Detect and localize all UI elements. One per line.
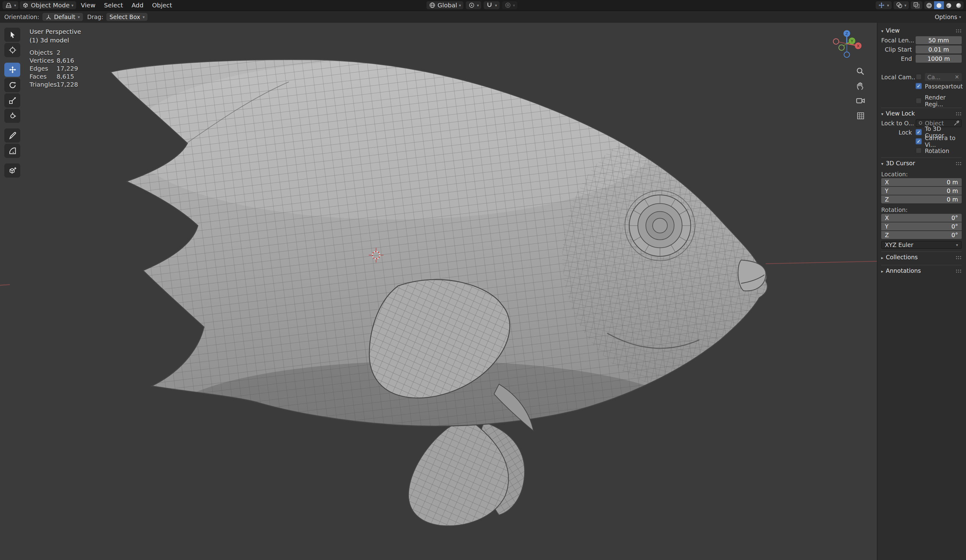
solid-shading-button[interactable] bbox=[934, 1, 944, 9]
rotation-mode-dropdown[interactable]: XYZ Euler bbox=[881, 241, 962, 249]
chevron-down-icon bbox=[956, 243, 958, 247]
stat-value: 8,616 bbox=[56, 56, 74, 64]
tool-annotate[interactable] bbox=[4, 128, 20, 143]
hand-icon bbox=[856, 82, 864, 90]
render-region-label: Render Regi... bbox=[925, 94, 962, 107]
3d-viewport-editor-icon bbox=[5, 2, 12, 8]
local-camera-checkbox[interactable] bbox=[916, 74, 922, 80]
gizmo-neg-y-axis[interactable] bbox=[839, 45, 844, 50]
cursor-rotation-y-field[interactable]: Y 0° bbox=[881, 222, 962, 230]
options-button[interactable]: Options bbox=[935, 13, 957, 20]
zoom-button[interactable] bbox=[855, 66, 866, 77]
cursor-location-z-field[interactable]: Z 0 m bbox=[881, 195, 962, 204]
panel-header-view-lock[interactable]: View Lock bbox=[881, 107, 962, 118]
pivot-point-dropdown[interactable] bbox=[466, 1, 481, 9]
tool-scale[interactable] bbox=[4, 94, 20, 107]
drag-value: Select Box bbox=[109, 13, 140, 20]
select-box-icon bbox=[8, 31, 16, 39]
axis-label: Z bbox=[885, 195, 889, 204]
viewport-header: Object Mode View Select Add Object Globa… bbox=[0, 0, 966, 10]
panel-header-annotations[interactable]: Annotations bbox=[881, 265, 962, 276]
eyedropper-icon[interactable] bbox=[954, 120, 959, 126]
snap-dropdown[interactable] bbox=[484, 1, 499, 9]
tool-move[interactable] bbox=[4, 62, 20, 77]
lock-rotation-checkbox[interactable] bbox=[916, 148, 922, 154]
clip-start-field[interactable]: 0.01 m bbox=[916, 45, 962, 53]
viewport-info-overlay: User Perspective (1) 3d model bbox=[30, 28, 81, 45]
tool-cursor[interactable] bbox=[4, 43, 20, 57]
orientation-dropdown[interactable]: Default bbox=[43, 13, 83, 21]
render-region-checkbox[interactable] bbox=[916, 98, 922, 104]
camera-to-view-checkbox[interactable] bbox=[916, 138, 922, 145]
clip-end-label: End bbox=[881, 55, 916, 62]
wireframe-shading-button[interactable] bbox=[924, 1, 934, 9]
chevron-down-icon bbox=[881, 160, 883, 166]
world-x-axis-line bbox=[766, 261, 877, 264]
tool-rotate[interactable] bbox=[4, 78, 20, 92]
cursor-rotation-x-field[interactable]: X 0° bbox=[881, 214, 962, 222]
show-overlays-dropdown[interactable] bbox=[893, 1, 909, 9]
panel-grip-icon[interactable] bbox=[956, 269, 962, 273]
mode-dropdown[interactable]: Object Mode bbox=[20, 1, 76, 9]
chevron-down-icon bbox=[477, 3, 479, 7]
drag-dropdown[interactable]: Select Box bbox=[106, 13, 148, 21]
chevron-down-icon bbox=[881, 27, 883, 34]
stat-label: Vertices bbox=[30, 56, 56, 64]
panel-grip-icon[interactable] bbox=[956, 112, 962, 115]
panel-grip-icon[interactable] bbox=[956, 161, 962, 165]
cursor-rotation-z-field[interactable]: Z 0° bbox=[881, 231, 962, 239]
proportional-editing-dropdown[interactable] bbox=[502, 1, 518, 9]
panel-header-view[interactable]: View bbox=[881, 25, 962, 36]
cursor-location-y-field[interactable]: Y 0 m bbox=[881, 187, 962, 195]
pan-button[interactable] bbox=[855, 80, 866, 92]
move-tool-icon bbox=[8, 66, 16, 74]
axis-value: 0 m bbox=[947, 187, 958, 195]
clip-start-label: Clip Start bbox=[881, 46, 916, 53]
chevron-down-icon bbox=[495, 3, 497, 7]
tool-select-box[interactable] bbox=[4, 28, 20, 42]
fish-body bbox=[111, 59, 802, 478]
tool-measure[interactable] bbox=[4, 144, 20, 158]
gizmo-neg-x-axis[interactable] bbox=[833, 39, 839, 44]
shading-mode-segment bbox=[924, 1, 964, 9]
transform-orientation-dropdown[interactable]: Global bbox=[427, 1, 463, 9]
clip-end-field[interactable]: 1000 m bbox=[916, 54, 962, 62]
axes-icon bbox=[46, 14, 52, 20]
local-camera-label: Local Cam... bbox=[881, 74, 916, 80]
menu-select[interactable]: Select bbox=[100, 0, 127, 10]
editor-type-button[interactable] bbox=[2, 1, 19, 9]
tool-add-cube[interactable] bbox=[4, 163, 20, 177]
local-camera-field[interactable]: Ca... bbox=[925, 73, 962, 81]
material-preview-button[interactable] bbox=[944, 1, 954, 9]
panel-header-collections[interactable]: Collections bbox=[881, 251, 962, 262]
panel-title: View bbox=[886, 27, 900, 34]
lock-to-3d-cursor-checkbox[interactable] bbox=[916, 129, 922, 135]
object-icon bbox=[918, 120, 923, 125]
cursor-location-x-field[interactable]: X 0 m bbox=[881, 178, 962, 186]
grid-perspective-icon bbox=[856, 112, 864, 120]
panel-grip-icon[interactable] bbox=[956, 29, 962, 32]
panel-grip-icon[interactable] bbox=[956, 255, 962, 259]
fish-model[interactable] bbox=[111, 59, 802, 526]
stat-value: 17,228 bbox=[56, 80, 78, 89]
tool-transform[interactable] bbox=[4, 109, 20, 123]
panel-header-3d-cursor[interactable]: 3D Cursor bbox=[881, 157, 962, 168]
3d-viewport[interactable]: User Perspective (1) 3d model Objects2 V… bbox=[0, 23, 877, 560]
toggle-xray-button[interactable] bbox=[911, 1, 922, 9]
toggle-orthographic-button[interactable] bbox=[855, 110, 866, 121]
focal-length-field[interactable]: 50 mm bbox=[916, 36, 962, 44]
viewport-canvas[interactable] bbox=[0, 23, 877, 560]
navigation-gizmo[interactable]: Z X Y bbox=[831, 28, 863, 59]
chevron-down-icon bbox=[959, 15, 961, 19]
gizmo-y-label: Y bbox=[851, 39, 853, 43]
menu-object[interactable]: Object bbox=[148, 0, 176, 10]
camera-view-button[interactable] bbox=[855, 95, 866, 106]
menu-view[interactable]: View bbox=[77, 0, 99, 10]
passepartout-checkbox[interactable] bbox=[916, 83, 922, 89]
show-gizmos-dropdown[interactable] bbox=[876, 1, 892, 9]
gizmo-neg-z-axis[interactable] bbox=[844, 52, 849, 57]
menu-add[interactable]: Add bbox=[128, 0, 147, 10]
rendered-shading-button[interactable] bbox=[954, 1, 964, 9]
clear-icon[interactable] bbox=[955, 72, 959, 81]
lock-rotation-label: Rotation bbox=[925, 147, 949, 154]
